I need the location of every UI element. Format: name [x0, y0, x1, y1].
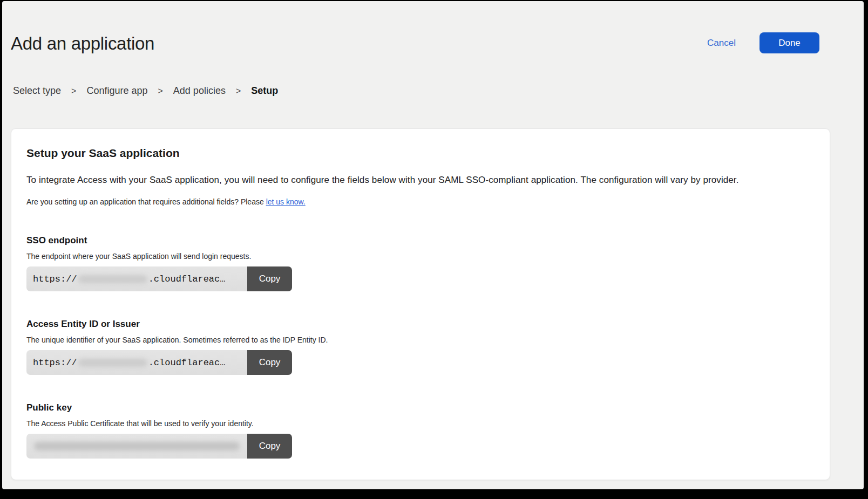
done-button[interactable]: Done	[760, 32, 819, 53]
field-label: Public key	[26, 402, 815, 413]
card-description: To integrate Access with your SaaS appli…	[26, 175, 815, 186]
value-suffix: .cloudflareac…	[148, 274, 226, 284]
value-prefix: https://	[33, 358, 77, 368]
card-note: Are you setting up an application that r…	[26, 197, 815, 206]
public-key-value	[26, 434, 247, 459]
redacted-value-blur	[78, 359, 147, 367]
app-window: Add an application Cancel Done Select ty…	[2, 1, 864, 489]
cancel-button[interactable]: Cancel	[707, 38, 736, 49]
field-label: SSO endpoint	[26, 235, 815, 246]
redacted-value-blur	[78, 275, 147, 283]
value-prefix: https://	[33, 274, 77, 284]
value-row: https:// .cloudflareac… Copy	[26, 266, 292, 291]
copy-sso-endpoint-button[interactable]: Copy	[247, 266, 292, 291]
field-sso-endpoint: SSO endpoint The endpoint where your Saa…	[26, 235, 815, 291]
value-row: https:// .cloudflareac… Copy	[26, 350, 292, 375]
header-actions: Cancel Done	[707, 32, 819, 53]
redacted-value-blur	[34, 442, 240, 450]
breadcrumb: Select type > Configure app > Add polici…	[2, 54, 864, 97]
field-entity-id: Access Entity ID or Issuer The unique id…	[26, 319, 815, 375]
field-description: The endpoint where your SaaS application…	[26, 252, 815, 261]
entity-id-value: https:// .cloudflareac…	[26, 350, 247, 375]
breadcrumb-step-setup: Setup	[251, 85, 278, 97]
card-heading: Setup your SaaS application	[26, 147, 815, 160]
breadcrumb-step-add-policies[interactable]: Add policies	[173, 85, 226, 97]
field-public-key: Public key The Access Public Certificate…	[26, 402, 815, 459]
sso-endpoint-value: https:// .cloudflareac…	[26, 266, 247, 291]
breadcrumb-step-configure-app[interactable]: Configure app	[86, 85, 147, 97]
let-us-know-link[interactable]: let us know.	[266, 197, 306, 206]
copy-public-key-button[interactable]: Copy	[247, 434, 292, 459]
breadcrumb-separator: >	[71, 86, 76, 96]
value-suffix: .cloudflareac…	[148, 358, 226, 368]
setup-card: Setup your SaaS application To integrate…	[11, 128, 830, 480]
page-header: Add an application Cancel Done	[2, 1, 864, 54]
field-description: The Access Public Certificate that will …	[26, 419, 815, 428]
field-label: Access Entity ID or Issuer	[26, 319, 815, 330]
breadcrumb-step-select-type[interactable]: Select type	[13, 85, 61, 97]
note-text: Are you setting up an application that r…	[26, 197, 264, 206]
breadcrumb-separator: >	[236, 86, 241, 96]
breadcrumb-separator: >	[158, 86, 163, 96]
field-description: The unique identifier of your SaaS appli…	[26, 336, 815, 344]
value-row: Copy	[26, 434, 292, 459]
copy-entity-id-button[interactable]: Copy	[247, 350, 292, 375]
